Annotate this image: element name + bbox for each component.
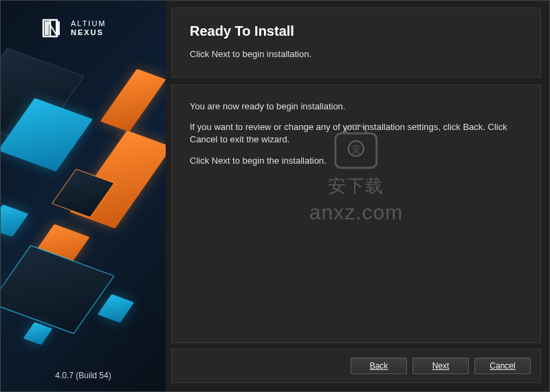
back-button[interactable]: Back bbox=[351, 358, 407, 374]
brand-line1: ALTIUM bbox=[71, 19, 107, 28]
main-panel: Ready To Install Click Next to begin ins… bbox=[166, 1, 549, 391]
next-button[interactable]: Next bbox=[412, 358, 469, 374]
installer-window: ALTIUM NEXUS 4.0.7 (Build 54) Ready To I… bbox=[0, 0, 550, 392]
watermark-chars: 安下载 bbox=[328, 174, 384, 198]
brand-logo: ALTIUM NEXUS bbox=[41, 16, 107, 41]
page-subtitle: Click Next to begin installation. bbox=[190, 49, 522, 59]
body-panel: You are now ready to begin installation.… bbox=[171, 85, 541, 343]
body-text-2: If you want to review or change any of y… bbox=[190, 121, 522, 146]
brand-line2: NEXUS bbox=[71, 28, 107, 37]
watermark-text: anxz.com bbox=[309, 201, 403, 224]
body-text-3: Click Next to begin the installation. bbox=[190, 155, 522, 167]
body-text-1: You are now ready to begin installation. bbox=[190, 100, 522, 113]
cancel-button[interactable]: Cancel bbox=[474, 358, 531, 374]
footer-buttons: Back Next Cancel bbox=[171, 349, 541, 383]
header-panel: Ready To Install Click Next to begin ins… bbox=[171, 8, 541, 78]
sidebar: ALTIUM NEXUS 4.0.7 (Build 54) bbox=[1, 1, 166, 391]
page-title: Ready To Install bbox=[190, 23, 522, 39]
sidebar-artwork bbox=[1, 1, 166, 391]
version-label: 4.0.7 (Build 54) bbox=[1, 371, 166, 380]
nexus-logo-icon bbox=[41, 16, 65, 41]
